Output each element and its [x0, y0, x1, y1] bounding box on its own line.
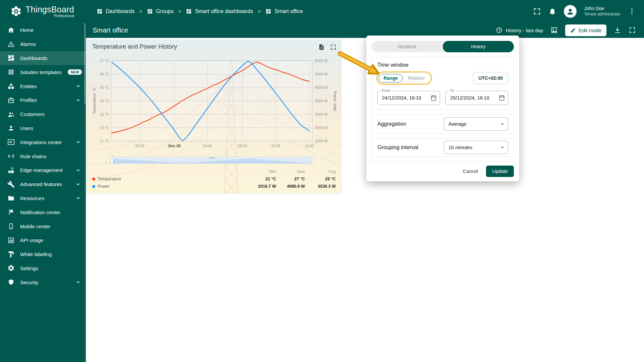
dashboard-toolbar: Smart office History - last day Edit mod… — [86, 22, 644, 38]
chart-scrollbar[interactable] — [112, 156, 312, 165]
white-labeling-icon — [7, 251, 15, 258]
range-relative-toggle: Range Relative — [377, 72, 431, 84]
to-date-field[interactable]: To 25/12/2024, 16:10 — [445, 91, 508, 105]
app-header: ThingsBoard Professional Dashboards>Grou… — [0, 0, 644, 22]
tab-realtime[interactable]: Realtime — [372, 41, 443, 52]
toolbar-fullscreen-icon[interactable] — [629, 26, 636, 34]
chevron-down-icon — [74, 181, 82, 188]
sidebar-scrollbar-thumb[interactable] — [84, 23, 86, 104]
timewindow-button[interactable]: History - last day — [495, 26, 543, 34]
svg-text:5000 W: 5000 W — [315, 59, 328, 63]
relative-option[interactable]: Relative — [403, 74, 430, 82]
breadcrumb-label: Groups — [156, 8, 173, 14]
calendar-icon[interactable] — [498, 95, 505, 101]
settings-icon — [7, 264, 15, 272]
sidebar-item-label: Solution templates — [20, 69, 62, 75]
profiles-icon — [7, 97, 15, 104]
popup-footer: Cancel Update — [366, 162, 519, 181]
tab-history[interactable]: History — [443, 41, 514, 52]
more-menu-icon[interactable] — [628, 7, 636, 15]
sidebar-item-mobile-center[interactable]: Mobile center — [0, 219, 86, 233]
sidebar-item-label: Advanced features — [20, 181, 69, 187]
sidebar-item-edge-management[interactable]: Edge management — [0, 163, 86, 177]
update-button[interactable]: Update — [486, 166, 514, 177]
legend-item-temperature[interactable]: Temperature — [92, 177, 247, 181]
notifications-bell-icon[interactable] — [548, 7, 556, 15]
svg-text:2500 W: 2500 W — [315, 126, 328, 130]
from-date-field[interactable]: From 24/12/2024, 16:10 — [377, 91, 440, 105]
sidebar-item-resources[interactable]: Resources — [0, 191, 86, 205]
edit-mode-button[interactable]: Edit mode — [565, 24, 606, 36]
legend-dot — [92, 178, 95, 181]
export-widget-icon[interactable] — [318, 44, 325, 50]
breadcrumb-item-dashboards[interactable]: Dashboards — [97, 8, 135, 14]
breadcrumb-separator: > — [258, 8, 261, 14]
sidebar-item-integrations-center[interactable]: Integrations center — [0, 135, 86, 149]
thingsboard-logo[interactable]: ThingsBoard Professional — [0, 5, 86, 18]
timewindow-label: History - last day — [506, 27, 543, 33]
grouping-interval-select[interactable]: 10 minutes — [444, 141, 508, 154]
breadcrumb-item-groups[interactable]: Groups — [147, 8, 173, 14]
from-label: From — [381, 88, 392, 93]
sidebar-item-label: Profiles — [20, 97, 69, 103]
sidebar-item-label: Integrations center — [20, 139, 69, 145]
grouping-interval-value: 10 minutes — [448, 145, 499, 150]
sidebar-item-customers[interactable]: Customers — [0, 107, 86, 121]
stat-value: 3530.3 W — [305, 184, 336, 189]
download-icon[interactable] — [614, 26, 621, 34]
integrations-center-icon — [7, 138, 15, 146]
time-window-section: Time window Range Relative UTC+02:00 Fro… — [372, 57, 514, 110]
aggregation-select[interactable]: Average — [444, 117, 508, 131]
sidebar-item-dashboards[interactable]: Dashboards — [0, 51, 86, 65]
aggregation-value: Average — [448, 121, 499, 127]
to-value: 25/12/2024, 16:10 — [450, 95, 498, 101]
image-gallery-icon[interactable] — [550, 26, 558, 34]
breadcrumb-item-smart-office-dashboards[interactable]: Smart office dashboards — [186, 8, 253, 14]
sidebar-item-users[interactable]: Users — [0, 121, 86, 135]
calendar-icon[interactable] — [430, 95, 437, 101]
svg-text:21 °C: 21 °C — [100, 139, 109, 143]
breadcrumb: Dashboards>Groups>Smart office dashboard… — [97, 8, 303, 14]
expand-widget-icon[interactable] — [330, 44, 336, 50]
sidebar-item-rule-chains[interactable]: Rule chains — [0, 149, 86, 163]
sidebar-item-white-labeling[interactable]: White labeling — [0, 247, 86, 261]
svg-text:2000 W: 2000 W — [315, 139, 328, 143]
sidebar-item-advanced-features[interactable]: Advanced features — [0, 177, 86, 191]
sidebar-item-notification-center[interactable]: Notification center — [0, 205, 86, 219]
widget-actions — [318, 44, 336, 50]
sidebar-item-solution-templates[interactable]: Solution templatesNEW — [0, 65, 86, 79]
api-usage-icon — [7, 237, 15, 244]
header-actions: John Doe Tenant administrator — [533, 5, 644, 18]
sidebar-item-settings[interactable]: Settings — [0, 261, 86, 276]
cancel-button[interactable]: Cancel — [458, 166, 483, 177]
timezone-button[interactable]: UTC+02:00 — [473, 72, 508, 84]
dropdown-caret-icon — [499, 121, 506, 127]
user-info[interactable]: John Doe Tenant administrator — [584, 6, 621, 17]
sidebar-item-security[interactable]: Security — [0, 275, 86, 289]
new-badge: NEW — [68, 69, 82, 75]
sidebar-item-home[interactable]: Home — [0, 23, 86, 37]
legend-item-power[interactable]: Power — [92, 184, 247, 189]
sidebar-item-label: Alarms — [20, 41, 82, 47]
clock-icon — [495, 26, 503, 34]
brush-handle-right[interactable] — [311, 156, 314, 165]
stat-value: 2016.7 W — [247, 184, 276, 189]
edge-management-icon — [7, 167, 15, 174]
sidebar-item-alarms[interactable]: Alarms — [0, 37, 86, 51]
security-icon — [7, 279, 15, 286]
sidebar-item-label: Customers — [20, 111, 82, 117]
sidebar-item-api-usage[interactable]: API usage — [0, 233, 86, 247]
breadcrumb-item-smart-office[interactable]: Smart office — [265, 8, 303, 14]
avatar[interactable] — [564, 5, 577, 18]
scrollbar-grip[interactable] — [209, 157, 215, 159]
entities-icon — [7, 82, 15, 90]
stat-header: Max — [276, 169, 305, 174]
fullscreen-icon[interactable] — [533, 7, 541, 15]
sidebar-item-profiles[interactable]: Profiles — [0, 93, 86, 107]
range-option[interactable]: Range — [379, 74, 403, 82]
brush-handle-left[interactable] — [110, 156, 113, 165]
sidebar-item-entities[interactable]: Entities — [0, 79, 86, 93]
mobile-center-icon — [7, 223, 15, 230]
stat-value: 4985.9 W — [276, 184, 305, 189]
chart-plot: 27 °C5000 W26 °C4500 W25 °C4000 W24 °C35… — [87, 54, 341, 155]
